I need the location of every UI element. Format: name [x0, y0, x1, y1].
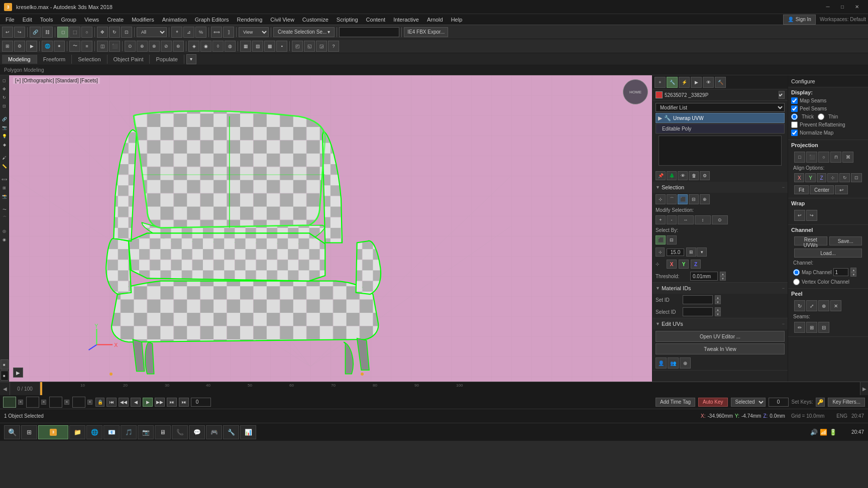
tb-btn-extra10[interactable]: ▦: [240, 41, 251, 52]
undo-btn[interactable]: ↩: [2, 27, 13, 38]
menu-file[interactable]: File: [2, 16, 18, 24]
show-tree-btn[interactable]: 🌲: [667, 171, 677, 180]
uv-icon-btn2[interactable]: 👥: [668, 357, 679, 369]
lt-select-btn[interactable]: ◻: [1, 76, 9, 84]
viewport-play-btn[interactable]: ▶: [13, 368, 23, 378]
tb-btn-extra5[interactable]: ⊛: [173, 41, 184, 52]
prev-key-btn[interactable]: ◀◀: [119, 398, 129, 407]
thick-radio[interactable]: [791, 113, 798, 120]
display-panel-btn[interactable]: ◫: [97, 41, 108, 52]
next-frame-btn[interactable]: ⏭: [167, 398, 177, 407]
taskbar-app6[interactable]: 📷: [138, 425, 154, 439]
ring-sel-btn[interactable]: ↕: [695, 215, 711, 224]
lock-icon[interactable]: 🔒: [95, 398, 104, 407]
y-btn[interactable]: Y: [679, 260, 689, 269]
chan-up[interactable]: ▲: [850, 268, 856, 272]
thresh-up[interactable]: ▲: [720, 272, 726, 276]
named-sel-input[interactable]: [339, 27, 399, 37]
end-btn[interactable]: ⏭: [179, 398, 189, 407]
lt-paint-btn[interactable]: 🖌: [1, 154, 9, 162]
proj-planar-btn[interactable]: □: [794, 152, 805, 163]
fbx-export-btn[interactable]: IE4 FBX Expor...: [404, 27, 448, 37]
tweak-in-view-btn[interactable]: Tweak In View: [656, 343, 785, 354]
shrink-sel-btn[interactable]: -: [667, 215, 677, 224]
taskbar-app3[interactable]: 🌐: [86, 425, 102, 439]
face-sel-btn[interactable]: ⬛: [678, 194, 688, 204]
tab-modeling[interactable]: Modeling: [2, 55, 37, 64]
auto-key-btn[interactable]: Auto Key: [698, 398, 728, 407]
taskbar-app10[interactable]: 🎮: [206, 425, 222, 439]
menu-modifiers[interactable]: Modifiers: [128, 16, 158, 24]
select-mode-btn[interactable]: ◻: [57, 27, 68, 38]
lt-move-btn[interactable]: ✥: [1, 85, 9, 93]
tb-btn-extra1[interactable]: ⊙: [125, 41, 136, 52]
tray-icon2[interactable]: 📶: [820, 429, 827, 436]
thresh-grid-btn2[interactable]: ▾: [697, 248, 707, 257]
lt-extra-btn2[interactable]: ◉: [1, 235, 9, 243]
reference-coord-dropdown[interactable]: All View: [137, 27, 167, 37]
setid-up[interactable]: ▲: [715, 295, 721, 300]
edit-uvs-header[interactable]: ▼ Edit UVs −: [653, 318, 788, 329]
selection-header[interactable]: ▼ Selection −: [653, 182, 788, 193]
fit-btn[interactable]: Fit: [794, 185, 809, 194]
selected-dropdown[interactable]: Selected: [731, 398, 766, 407]
tb-btn-extra7[interactable]: ◉: [200, 41, 211, 52]
move-btn[interactable]: ✥: [97, 27, 108, 38]
tb-btn-extra16[interactable]: ◲: [316, 41, 327, 52]
delete-modifier-btn[interactable]: 🗑: [689, 171, 699, 180]
modifier-list-dropdown[interactable]: Modifier List: [656, 103, 785, 112]
tab-populate[interactable]: Populate: [150, 55, 184, 64]
set-id-input[interactable]: [683, 295, 713, 304]
x-btn[interactable]: X: [667, 260, 677, 269]
minimize-btn[interactable]: ─: [821, 2, 835, 12]
play-btn[interactable]: ▶: [143, 398, 153, 407]
map-seams-checkbox[interactable]: [791, 97, 798, 104]
chan-down[interactable]: ▼: [850, 272, 856, 277]
rp-modify-btn[interactable]: 🔧: [667, 77, 678, 88]
lt-measure-btn[interactable]: 📏: [1, 162, 9, 170]
align-btn[interactable]: ⟧: [223, 27, 234, 38]
taskbar-app9[interactable]: 💬: [189, 425, 205, 439]
prevent-reflatten-checkbox[interactable]: [791, 121, 798, 128]
sel-extra-btn[interactable]: ⊕: [700, 194, 710, 204]
mini-vp-2[interactable]: [26, 397, 39, 408]
vertex-color-radio[interactable]: [793, 279, 800, 285]
menu-scripting[interactable]: Scripting: [333, 16, 362, 24]
align-x-btn[interactable]: X: [794, 173, 804, 182]
maximize-btn[interactable]: □: [835, 2, 849, 12]
pin-btn[interactable]: 📌: [656, 171, 666, 180]
edge-sel-btn[interactable]: ⌒: [667, 194, 677, 204]
tb-btn-extra3[interactable]: ⊗: [149, 41, 160, 52]
material-ids-header[interactable]: ▼ Material IDs −: [653, 283, 788, 294]
normalize-map-checkbox[interactable]: [791, 130, 798, 136]
tb-btn-extra4[interactable]: ⊘: [161, 41, 172, 52]
align-extra-btn2[interactable]: ↻: [839, 173, 850, 182]
seams-btn3[interactable]: ⊟: [818, 322, 829, 333]
mini-vp-4[interactable]: [72, 397, 85, 408]
tab-freeform[interactable]: Freeform: [37, 55, 72, 64]
reset-align-btn[interactable]: ↩: [835, 185, 848, 194]
save-btn[interactable]: Save...: [829, 236, 862, 246]
tb-btn-extra6[interactable]: ◈: [188, 41, 199, 52]
render-btn[interactable]: ▶: [26, 41, 37, 52]
lt-snapshot-btn[interactable]: 📸: [1, 192, 9, 200]
vert-sel-btn[interactable]: ⊹: [656, 194, 666, 204]
load-btn[interactable]: Load...: [794, 249, 862, 258]
proj-sphere-btn[interactable]: ○: [818, 152, 829, 163]
tab-object-paint[interactable]: Object Paint: [107, 55, 150, 64]
taskbar-app5[interactable]: 🎵: [121, 425, 137, 439]
select-id-input[interactable]: [683, 307, 713, 316]
taskbar-app8[interactable]: 📞: [172, 425, 188, 439]
menu-group[interactable]: Group: [57, 16, 80, 24]
tb-btn-extra2[interactable]: ⊕: [137, 41, 148, 52]
rp-motion-btn[interactable]: ▶: [691, 77, 702, 88]
tb-btn-extra12[interactable]: ▩: [264, 41, 275, 52]
mini-vp-close-3[interactable]: ✕: [64, 400, 69, 405]
nav-circle[interactable]: HOME: [623, 79, 648, 104]
menu-help[interactable]: Help: [448, 16, 466, 24]
wrap-btn2[interactable]: ↪: [806, 210, 817, 221]
lt-viewport-rect[interactable]: ■: [1, 359, 9, 370]
uv-icon-btn1[interactable]: 👤: [656, 357, 667, 369]
modifier-unwrap-uvw[interactable]: ▶ 🔧 Unwrap UVW: [656, 113, 785, 123]
border-sel-btn[interactable]: ⊟: [689, 194, 699, 204]
